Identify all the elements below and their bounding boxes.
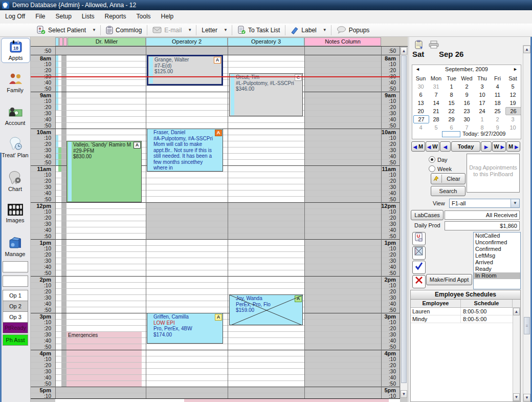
- employee-list-scrollbar[interactable]: ▲ ▼: [513, 307, 520, 401]
- calendar-day[interactable]: 24: [475, 107, 490, 115]
- sidebar-view-op-2[interactable]: Op 2: [3, 301, 28, 312]
- appt-vallejo[interactable]: Vallejo, 'Sandy' Ramiro M#29-PFM$830.00A: [66, 141, 142, 202]
- calendar-day-today[interactable]: 27: [413, 115, 429, 123]
- forward-month-button[interactable]: M ▶: [506, 141, 520, 152]
- dropdown-arrow-icon[interactable]: ▼: [221, 25, 230, 36]
- calendar-day[interactable]: 1: [475, 115, 490, 123]
- calendar-day[interactable]: 22: [444, 107, 459, 115]
- select-patient-button[interactable]: Select Patient: [33, 25, 90, 36]
- blockout-emergencies[interactable]: Emergencies: [66, 331, 142, 387]
- sidebar-item-treatplan[interactable]: Treat' Plan: [1, 135, 29, 160]
- column-header-dr-miller[interactable]: Dr. Miller: [68, 37, 146, 46]
- schedule-grid[interactable]: Emergencies:508am:10:20:30:40:509am:10:2…: [31, 46, 408, 402]
- menu-item-reports[interactable]: Reports: [100, 10, 131, 23]
- calendar-day[interactable]: 4: [490, 82, 505, 91]
- calendar-day[interactable]: 11: [490, 91, 505, 99]
- calendar-day[interactable]: 5: [505, 82, 520, 91]
- back-week-button[interactable]: ◀ W: [426, 141, 439, 152]
- confirm-button[interactable]: [412, 261, 426, 274]
- sidebar-item-chart[interactable]: Chart: [1, 169, 29, 194]
- calendar-day[interactable]: 3: [475, 82, 490, 91]
- calendar-day[interactable]: 6: [413, 91, 428, 99]
- appt-orcut[interactable]: Orcut, Tim#L-Pulpotomy, #L-SSCPri$346.00…: [229, 73, 303, 116]
- sidebar-blank-slot[interactable]: [3, 261, 28, 272]
- calendar-day[interactable]: 13: [413, 99, 428, 107]
- calendar-day[interactable]: 4: [413, 123, 428, 132]
- calendar-next-icon[interactable]: ►: [513, 67, 518, 72]
- calendar-day[interactable]: 3: [505, 115, 520, 123]
- calendar-day[interactable]: 9: [459, 91, 474, 99]
- sidebar-view-ph-asst[interactable]: Ph Asst: [3, 334, 28, 346]
- sidebar-item-appts[interactable]: 18Appts: [1, 38, 30, 63]
- calendar-day[interactable]: 5: [429, 123, 444, 132]
- label-button[interactable]: Label: [287, 25, 320, 36]
- calendar-day[interactable]: 6: [444, 123, 459, 132]
- sidebar-item-images[interactable]: Images: [1, 202, 29, 225]
- status-item-arrived[interactable]: Arrived: [474, 259, 520, 266]
- calendar-day[interactable]: 14: [429, 99, 444, 107]
- calendar-day[interactable]: 15: [444, 99, 459, 107]
- search-button[interactable]: Search: [431, 186, 465, 196]
- employee-row[interactable]: Lauren8:00-5:00: [411, 308, 520, 315]
- sidebar-view-ptready[interactable]: PtReady: [3, 322, 28, 333]
- back-day-button[interactable]: ◀: [440, 141, 451, 152]
- column-header-operatory-2[interactable]: Operatory 2: [146, 37, 228, 46]
- today-button[interactable]: Today: [451, 141, 480, 152]
- calendar-day[interactable]: 31: [429, 82, 444, 91]
- menu-item-help[interactable]: Help: [156, 10, 179, 23]
- status-item-leftmsg[interactable]: LeftMsg: [474, 252, 520, 259]
- forward-day-button[interactable]: ▶: [481, 141, 492, 152]
- schedule-scrollbar[interactable]: ▲▼: [400, 47, 408, 398]
- calendar-day[interactable]: 7: [429, 91, 444, 99]
- menu-item-file[interactable]: File: [30, 10, 50, 23]
- calendar-day[interactable]: 17: [475, 99, 490, 107]
- menu-item-log-off[interactable]: Log Off: [0, 10, 30, 23]
- calendar-day[interactable]: 2: [490, 115, 505, 123]
- sidebar-item-account[interactable]: Account: [1, 103, 29, 128]
- day-radio[interactable]: Day: [429, 156, 448, 163]
- letter-button[interactable]: Letter: [198, 25, 221, 36]
- calendar-day[interactable]: 10: [505, 123, 520, 132]
- unscheduled-list-button[interactable]: U: [412, 232, 426, 245]
- column-header-notes-column[interactable]: Notes Column: [304, 37, 381, 46]
- scrollbar-thumb[interactable]: ≡: [524, 317, 530, 334]
- e-mail-button[interactable]: E-mail: [149, 25, 185, 36]
- back-month-button[interactable]: ◀ M: [411, 141, 425, 152]
- calendar-day[interactable]: 8: [444, 91, 459, 99]
- scroll-up-icon[interactable]: ▲: [401, 47, 407, 55]
- scroll-down-icon[interactable]: ▼: [513, 393, 520, 401]
- appt-joy[interactable]: Joy, WandaPerEx, Pro, Flo$159.00A: [229, 294, 303, 325]
- menu-item-lists[interactable]: Lists: [77, 10, 100, 23]
- delete-appointment-button[interactable]: [412, 275, 426, 288]
- week-radio[interactable]: Week: [429, 165, 452, 172]
- employee-row[interactable]: Mindy8:00-5:00: [411, 315, 520, 323]
- calendar-day[interactable]: 2: [459, 82, 474, 91]
- column-header-operatory-3[interactable]: Operatory 3: [228, 37, 304, 46]
- calendar-day[interactable]: 25: [490, 107, 505, 115]
- to-task-list-button[interactable]: To Task List: [234, 25, 283, 36]
- make-find-appt-button[interactable]: Make/Find Appt: [426, 274, 472, 285]
- scroll-up-icon[interactable]: ▲: [513, 308, 520, 315]
- view-dropdown[interactable]: F1-all ▼: [449, 199, 520, 208]
- sidebar-view-op-1[interactable]: Op 1: [3, 290, 28, 301]
- calendar-day-selected[interactable]: 26: [505, 107, 521, 115]
- forward-week-button[interactable]: W ▶: [492, 141, 506, 152]
- status-item-confirmed[interactable]: Confirmed: [474, 246, 520, 252]
- dropdown-arrow-icon[interactable]: ▼: [90, 25, 99, 36]
- calendar-day[interactable]: 16: [459, 99, 474, 107]
- break-appointment-button[interactable]: [412, 246, 426, 260]
- sidebar-item-family[interactable]: Family: [1, 71, 29, 95]
- sidebar-item-manage[interactable]: Manage: [1, 235, 29, 259]
- scroll-down-icon[interactable]: ▼: [523, 394, 530, 401]
- calendar-day[interactable]: 10: [475, 91, 490, 99]
- appt-fraser[interactable]: Fraser, Daniel#A-Pulpotomy, #A-SSCPriMom…: [147, 129, 223, 172]
- scroll-down-icon[interactable]: ▼: [401, 390, 407, 398]
- calendar-day[interactable]: 21: [429, 107, 444, 115]
- commlog-button[interactable]: Commlog: [102, 25, 145, 36]
- pinboard[interactable]: Drag Appointments to this PinBoard: [467, 154, 520, 193]
- appt-grange[interactable]: Grange, Walter#7-E(d)$125.00A: [147, 55, 223, 86]
- menu-item-tools[interactable]: Tools: [131, 10, 156, 23]
- menu-item-setup[interactable]: Setup: [50, 10, 76, 23]
- scroll-up-icon[interactable]: ▲: [523, 46, 530, 53]
- sidebar-view-op-3[interactable]: Op 3: [3, 311, 28, 323]
